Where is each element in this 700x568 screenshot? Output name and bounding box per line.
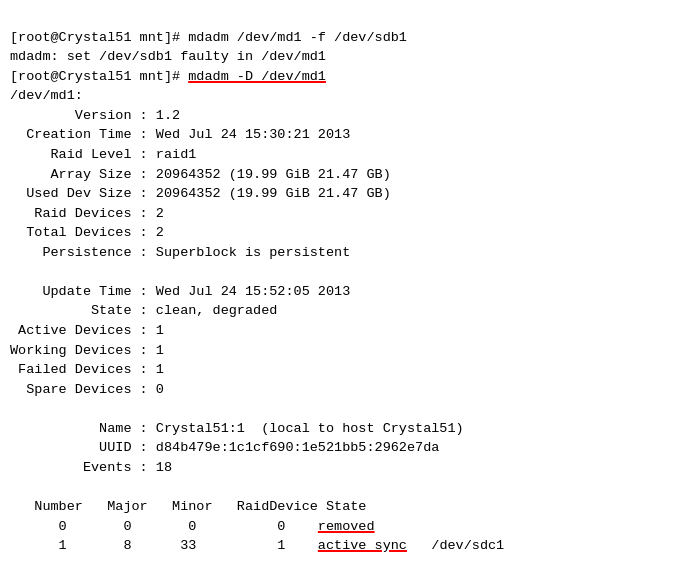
version-line: Version : 1.2	[10, 108, 180, 123]
sparedev-line: Spare Devices : 0	[10, 382, 164, 397]
cmd-1: mdadm /dev/md1 -f /dev/sdb1	[188, 30, 407, 45]
state-line: State : clean, degraded	[10, 303, 277, 318]
creation-line: Creation Time : Wed Jul 24 15:30:21 2013	[10, 127, 350, 142]
table-row-0: 0 0 0 0 removed	[10, 519, 375, 534]
output-1: mdadm: set /dev/sdb1 faulty in /dev/md1	[10, 49, 326, 64]
prompt-2: [root@Crystal51 mnt]#	[10, 69, 188, 84]
updatetime-line: Update Time : Wed Jul 24 15:52:05 2013	[10, 284, 350, 299]
useddev-line: Used Dev Size : 20964352 (19.99 GiB 21.4…	[10, 186, 391, 201]
arraysize-line: Array Size : 20964352 (19.99 GiB 21.47 G…	[10, 167, 391, 182]
prompt-1: [root@Crystal51 mnt]#	[10, 30, 188, 45]
persistence-line: Persistence : Superblock is persistent	[10, 245, 350, 260]
state-removed: removed	[318, 519, 375, 534]
table-header: Number Major Minor RaidDevice State	[10, 499, 366, 514]
cmd-2: mdadm -D /dev/md1	[188, 69, 326, 84]
raidlevel-line: Raid Level : raid1	[10, 147, 196, 162]
events-line: Events : 18	[10, 460, 172, 475]
state-active-sync: active sync	[318, 538, 407, 553]
uuid-line: UUID : d84b479e:1c1cf690:1e521bb5:2962e7…	[10, 440, 439, 455]
activedev-line: Active Devices : 1	[10, 323, 164, 338]
name-line: Name : Crystal51:1 (local to host Crysta…	[10, 421, 464, 436]
faileddev-line: Failed Devices : 1	[10, 362, 164, 377]
workingdev-line: Working Devices : 1	[10, 343, 164, 358]
terminal-window: [root@Crystal51 mnt]# mdadm /dev/md1 -f …	[10, 8, 690, 568]
raiddevices-line: Raid Devices : 2	[10, 206, 164, 221]
table-row-1: 1 8 33 1 active sync /dev/sdc1	[10, 538, 504, 553]
dev-path: /dev/md1:	[10, 88, 83, 103]
totaldevices-line: Total Devices : 2	[10, 225, 164, 240]
